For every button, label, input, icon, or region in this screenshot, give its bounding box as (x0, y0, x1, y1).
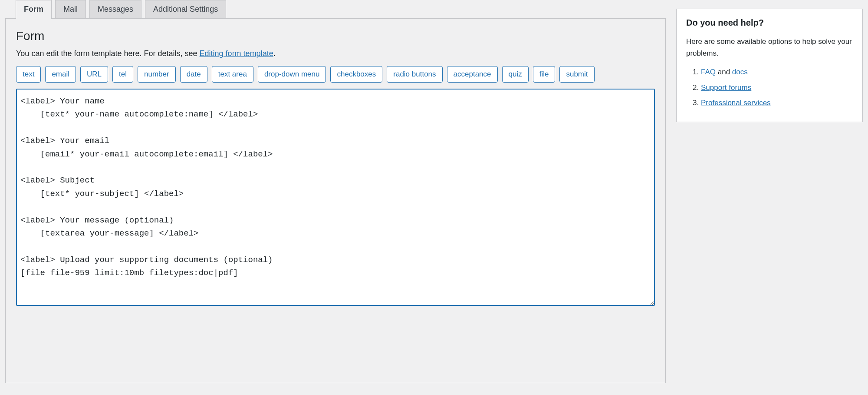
help-item-faq: FAQ and docs (701, 66, 853, 78)
tag-text-button[interactable]: text (16, 66, 41, 83)
tab-messages[interactable]: Messages (89, 0, 141, 19)
tag-checkboxes-button[interactable]: checkboxes (330, 66, 382, 83)
sidebar: Do you need help? Here are some availabl… (676, 9, 863, 122)
tab-mail[interactable]: Mail (55, 0, 86, 19)
tab-additional-settings[interactable]: Additional Settings (145, 0, 226, 19)
docs-link[interactable]: docs (732, 68, 748, 76)
tag-textarea-button[interactable]: text area (212, 66, 253, 83)
help-title: Do you need help? (686, 18, 853, 28)
faq-link[interactable]: FAQ (701, 68, 716, 76)
tab-label: Form (24, 5, 43, 13)
form-panel: Form You can edit the form template here… (5, 18, 666, 383)
tag-number-button[interactable]: number (138, 66, 176, 83)
tag-dropdown-button[interactable]: drop-down menu (258, 66, 326, 83)
tag-tel-button[interactable]: tel (112, 66, 133, 83)
help-item-text: and (716, 68, 732, 76)
tag-url-button[interactable]: URL (80, 66, 108, 83)
support-forums-link[interactable]: Support forums (701, 83, 751, 92)
main-area: Form Mail Messages Additional Settings F… (5, 0, 666, 383)
tag-radio-button[interactable]: radio buttons (387, 66, 442, 83)
panel-heading: Form (16, 29, 655, 43)
tag-quiz-button[interactable]: quiz (502, 66, 529, 83)
desc-suffix: . (273, 49, 276, 58)
help-item-support: Support forums (701, 82, 853, 93)
help-list: FAQ and docs Support forums Professional… (686, 66, 853, 109)
tab-form[interactable]: Form (16, 0, 52, 19)
help-item-services: Professional services (701, 97, 853, 109)
desc-prefix: You can edit the form template here. For… (16, 49, 200, 58)
panel-description: You can edit the form template here. For… (16, 49, 655, 58)
tag-file-button[interactable]: file (533, 66, 556, 83)
tag-date-button[interactable]: date (180, 66, 207, 83)
editing-form-template-link[interactable]: Editing form template (200, 49, 273, 58)
professional-services-link[interactable]: Professional services (701, 99, 771, 107)
tabs-row: Form Mail Messages Additional Settings (16, 0, 666, 19)
tab-label: Mail (63, 5, 78, 13)
tag-submit-button[interactable]: submit (559, 66, 594, 83)
tag-button-row: text email URL tel number date text area… (16, 66, 655, 83)
tag-email-button[interactable]: email (45, 66, 76, 83)
help-box: Do you need help? Here are some availabl… (676, 9, 863, 122)
form-template-textarea[interactable] (16, 89, 655, 306)
help-intro: Here are some available options to help … (686, 36, 853, 59)
tag-acceptance-button[interactable]: acceptance (447, 66, 498, 83)
tab-label: Additional Settings (153, 5, 218, 13)
tab-label: Messages (98, 5, 133, 13)
